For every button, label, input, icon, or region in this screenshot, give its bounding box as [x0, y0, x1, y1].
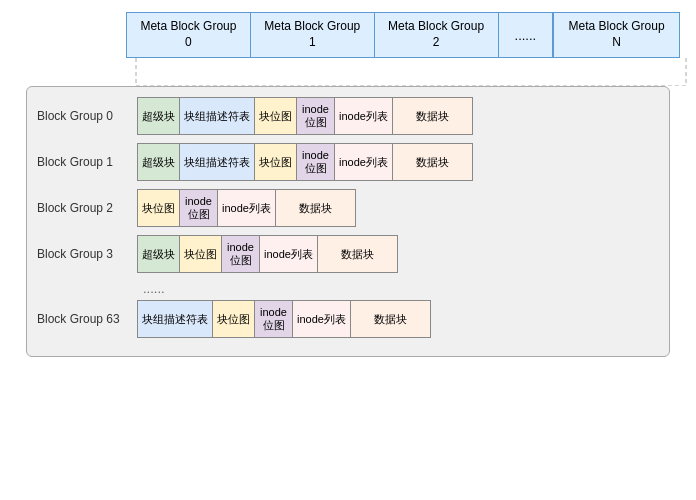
cell-inode-map-2-1: inode位图	[180, 189, 218, 227]
block-group-label-2: Block Group 2	[37, 201, 137, 215]
cell-inode-list-0-4: inode列表	[335, 97, 393, 135]
meta-block-row: Meta Block Group 0Meta Block Group 1Meta…	[126, 12, 680, 58]
cell-superblock-3-0: 超级块	[137, 235, 180, 273]
cell-blockdesc-4-0: 块组描述符表	[137, 300, 213, 338]
main-panel: Block Group 0超级块块组描述符表块位图inode位图inode列表数…	[26, 86, 670, 357]
block-group-label-1: Block Group 1	[37, 155, 137, 169]
cell-blockmap-1-2: 块位图	[255, 143, 297, 181]
meta-block-2: Meta Block Group 2	[375, 12, 499, 58]
cell-blockdesc-0-1: 块组描述符表	[180, 97, 255, 135]
outer-container: Meta Block Group 0Meta Block Group 1Meta…	[0, 0, 696, 369]
ellipsis-row: ......	[37, 281, 655, 296]
block-group-row-4: Block Group 63块组描述符表块位图inode位图inode列表数据块	[37, 300, 655, 338]
blocks-container-3: 超级块块位图inode位图inode列表数据块	[137, 235, 398, 273]
cell-inode-list-2-2: inode列表	[218, 189, 276, 227]
cell-blockmap-4-1: 块位图	[213, 300, 255, 338]
blocks-container-2: 块位图inode位图inode列表数据块	[137, 189, 356, 227]
cell-blockmap-3-1: 块位图	[180, 235, 222, 273]
blocks-container-4: 块组描述符表块位图inode位图inode列表数据块	[137, 300, 431, 338]
cell-inode-map-4-2: inode位图	[255, 300, 293, 338]
cell-inode-map-1-3: inode位图	[297, 143, 335, 181]
cell-inode-list-4-3: inode列表	[293, 300, 351, 338]
block-group-label-3: Block Group 3	[37, 247, 137, 261]
cell-inode-map-0-3: inode位图	[297, 97, 335, 135]
cell-data-4-4: 数据块	[351, 300, 431, 338]
block-group-row-2: Block Group 2块位图inode位图inode列表数据块	[37, 189, 655, 227]
block-group-label-0: Block Group 0	[37, 109, 137, 123]
blocks-container-1: 超级块块组描述符表块位图inode位图inode列表数据块	[137, 143, 473, 181]
block-group-row-0: Block Group 0超级块块组描述符表块位图inode位图inode列表数…	[37, 97, 655, 135]
cell-inode-map-3-2: inode位图	[222, 235, 260, 273]
blocks-container-0: 超级块块组描述符表块位图inode位图inode列表数据块	[137, 97, 473, 135]
meta-block-0: Meta Block Group 0	[126, 12, 251, 58]
meta-block-1: Meta Block Group 1	[251, 12, 375, 58]
block-group-label-4: Block Group 63	[37, 312, 137, 326]
block-group-row-1: Block Group 1超级块块组描述符表块位图inode位图inode列表数…	[37, 143, 655, 181]
cell-data-0-5: 数据块	[393, 97, 473, 135]
block-group-row-3: Block Group 3超级块块位图inode位图inode列表数据块	[37, 235, 655, 273]
cell-superblock-0-0: 超级块	[137, 97, 180, 135]
cell-inode-list-3-3: inode列表	[260, 235, 318, 273]
cell-blockmap-2-0: 块位图	[137, 189, 180, 227]
cell-superblock-1-0: 超级块	[137, 143, 180, 181]
cell-inode-list-1-4: inode列表	[335, 143, 393, 181]
meta-ellipsis: ......	[499, 12, 554, 58]
connector-area	[126, 58, 680, 86]
cell-blockmap-0-2: 块位图	[255, 97, 297, 135]
cell-data-2-3: 数据块	[276, 189, 356, 227]
cell-data-1-5: 数据块	[393, 143, 473, 181]
cell-blockdesc-1-1: 块组描述符表	[180, 143, 255, 181]
meta-block-3: Meta Block Group N	[553, 12, 680, 58]
cell-data-3-4: 数据块	[318, 235, 398, 273]
